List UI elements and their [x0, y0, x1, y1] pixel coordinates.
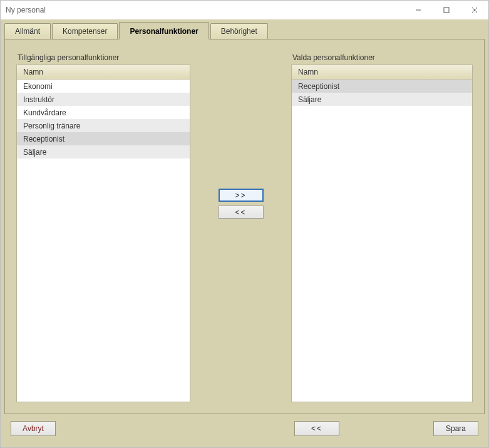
- save-button[interactable]: Spara: [433, 421, 478, 436]
- list-item[interactable]: Säljare: [17, 145, 190, 159]
- available-title: Tillgängliga personalfunktioner: [16, 53, 190, 62]
- svg-rect-1: [444, 8, 449, 13]
- remove-button[interactable]: <<: [219, 206, 264, 219]
- list-item[interactable]: Ekonomi: [17, 80, 190, 93]
- available-header[interactable]: Namn: [17, 65, 190, 80]
- list-item[interactable]: Instruktör: [17, 93, 190, 106]
- transfer-buttons: >> <<: [190, 53, 291, 402]
- selected-column: Valda personalfunktioner Namn Receptioni…: [291, 53, 473, 402]
- available-list[interactable]: Namn Ekonomi Instruktör Kundvårdare Pers…: [16, 65, 190, 402]
- list-item[interactable]: Receptionist: [292, 80, 472, 93]
- footer: Avbryt << Spara: [4, 414, 485, 442]
- close-button[interactable]: [460, 1, 488, 19]
- list-item[interactable]: Kundvårdare: [17, 106, 190, 119]
- back-button[interactable]: <<: [294, 421, 339, 436]
- add-button[interactable]: >>: [219, 189, 264, 202]
- tab-panel-functions: Tillgängliga personalfunktioner Namn Eko…: [4, 39, 485, 414]
- minimize-button[interactable]: [404, 1, 432, 19]
- titlebar-buttons: [404, 1, 488, 19]
- body: Allmänt Kompetenser Personalfunktioner B…: [1, 19, 488, 447]
- cancel-button[interactable]: Avbryt: [11, 421, 56, 436]
- selected-title: Valda personalfunktioner: [291, 53, 473, 62]
- window: Ny personal Allmänt Kompetenser Personal…: [0, 0, 489, 448]
- available-column: Tillgängliga personalfunktioner Namn Eko…: [16, 53, 190, 402]
- tab-permissions[interactable]: Behörighet: [210, 23, 268, 39]
- window-title: Ny personal: [6, 6, 404, 14]
- list-item[interactable]: Säljare: [292, 93, 472, 106]
- list-item[interactable]: Personlig tränare: [17, 119, 190, 132]
- selected-header[interactable]: Namn: [292, 65, 472, 80]
- tab-general[interactable]: Allmänt: [4, 23, 51, 39]
- tab-competences[interactable]: Kompetenser: [52, 23, 118, 39]
- tab-bar: Allmänt Kompetenser Personalfunktioner B…: [4, 22, 485, 39]
- tab-functions[interactable]: Personalfunktioner: [119, 22, 208, 39]
- titlebar: Ny personal: [1, 1, 488, 19]
- list-item[interactable]: Receptionist: [17, 132, 190, 145]
- maximize-button[interactable]: [432, 1, 460, 19]
- selected-list[interactable]: Namn Receptionist Säljare: [291, 65, 473, 402]
